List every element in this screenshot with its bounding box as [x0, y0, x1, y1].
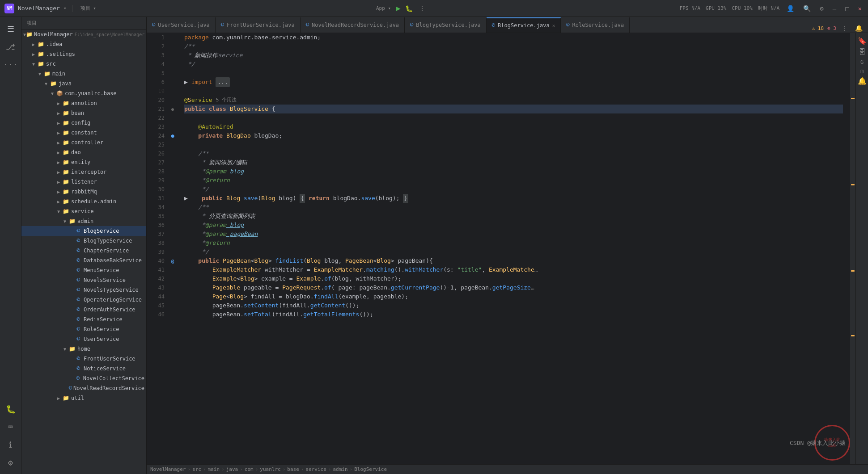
tree-item-role-service[interactable]: © RoleService — [21, 324, 146, 334]
tree-item-menu-service[interactable]: © MenuService — [21, 265, 146, 275]
fold-31[interactable]: ▶ — [184, 194, 188, 203]
gc-42 — [168, 274, 177, 283]
tree-item-constant[interactable]: ▶ 📁 constant — [21, 128, 146, 138]
var-pagebean-size: pageBean — [461, 283, 489, 292]
tree-item-novelstype-service[interactable]: © NovelsTypeService — [21, 285, 146, 295]
tab-more-icon[interactable]: ⋮ — [840, 24, 850, 33]
tree-item-home[interactable]: ▼ 📁 home — [21, 344, 146, 354]
tree-root[interactable]: ▼ 📁 NovelManager E:\idea_space\NovelMana… — [21, 29, 146, 39]
tree-item-operater-service[interactable]: © OperaterLogService — [21, 295, 146, 305]
app-dropdown[interactable]: ▾ — [64, 5, 67, 11]
tree-item-service[interactable]: ▼ 📁 service — [21, 206, 146, 216]
tab-blog-service[interactable]: © BlogService.java ✕ — [487, 17, 561, 33]
tree-item-notice-service[interactable]: © NoticeService — [21, 364, 146, 373]
notifications-panel-icon[interactable]: 🔔 — [858, 77, 867, 85]
tree-item-dbbak-service[interactable]: © DatabaseBakService — [21, 256, 146, 265]
fold-21[interactable]: ● — [171, 107, 174, 112]
minimize-button[interactable]: — — [831, 4, 838, 13]
tree-item-config[interactable]: ▶ 📁 config — [21, 118, 146, 128]
tree-item-listener[interactable]: ▶ 📁 listener — [21, 177, 146, 187]
maximize-button[interactable]: □ — [843, 4, 851, 13]
tree-item-idea[interactable]: ▶ 📁 .idea — [21, 39, 146, 49]
settings-icon[interactable]: ⚙ — [818, 4, 825, 13]
tree-item-novels-service[interactable]: © NovelsService — [21, 275, 146, 285]
gradle-icon[interactable]: G — [860, 59, 864, 65]
bc-sep9: › — [350, 466, 353, 472]
tree-item-annotion[interactable]: ▶ 📁 annotion — [21, 98, 146, 108]
database-icon[interactable]: 🗄 — [859, 48, 866, 56]
tree-item-novelread-service[interactable]: © NovelReadRecordService — [21, 383, 146, 393]
tree-item-orderauth-service[interactable]: © OrderAuthService — [21, 305, 146, 315]
fn-save-call: save — [361, 194, 375, 203]
tree-item-rabbitmq[interactable]: ▶ 📁 rabbitMq — [21, 187, 146, 197]
search-icon[interactable]: 🔍 — [801, 4, 813, 13]
bc-sep5: › — [255, 466, 258, 472]
tree-item-util[interactable]: ▶ 📁 util — [21, 393, 146, 403]
tree-item-admin[interactable]: ▼ 📁 admin — [21, 216, 146, 226]
indent-34 — [184, 203, 198, 212]
tree-item-schedule[interactable]: ▶ 📁 schedule.admin — [21, 197, 146, 206]
tree-item-blog-service[interactable]: © BlogService — [21, 226, 146, 236]
tab-front-user-service[interactable]: © FrontUserService.java — [216, 17, 301, 33]
sp1 — [205, 105, 209, 113]
tree-item-interceptor[interactable]: ▶ 📁 interceptor — [21, 167, 146, 177]
code-area[interactable]: package com.yuanlrc.base.service.admin; … — [177, 33, 850, 464]
tree-item-chapter-service[interactable]: © ChapterService — [21, 246, 146, 256]
tab-user-service[interactable]: © UserService.java — [147, 17, 216, 33]
tree-item-controller[interactable]: ▶ 📁 controller — [21, 138, 146, 147]
tree-item-package[interactable]: ▼ 📦 com.yuanlrc.base — [21, 88, 146, 98]
activity-settings-icon[interactable]: ⚙ — [3, 454, 19, 470]
notification-icon[interactable]: 🔔 — [853, 24, 864, 33]
novelcollect-label: NovelCollectService — [83, 375, 144, 382]
run-button[interactable]: ▶ — [396, 4, 401, 13]
indent-45 — [184, 301, 212, 310]
gc-40: @ — [168, 256, 177, 265]
tree-item-settings[interactable]: ▶ 📁 .settings — [21, 49, 146, 59]
ln-1: 1 — [147, 33, 165, 42]
paren-close-31: ) — [293, 194, 300, 203]
maven-icon[interactable]: m — [860, 68, 864, 74]
tab-novel-read-service[interactable]: © NovelReadRecordService.java — [301, 17, 405, 33]
tree-item-redis-service[interactable]: © RedisService — [21, 315, 146, 324]
code-line-46: pageBean . setTotal (findAll. getTotalEl… — [184, 310, 843, 319]
project-menu[interactable]: 项目 ▾ — [78, 4, 99, 13]
kw-import: import — [188, 78, 212, 87]
cpu-label: CPU 10% — [732, 5, 752, 11]
gc-21[interactable]: ● — [168, 105, 177, 113]
tree-item-bean[interactable]: ▶ 📁 bean — [21, 108, 146, 118]
activity-terminal-icon[interactable]: ⌨ — [3, 419, 19, 435]
activity-git-icon[interactable]: ⎇ — [3, 38, 19, 55]
activity-debug-icon[interactable]: 🐛 — [3, 401, 19, 417]
tree-item-java[interactable]: ▼ 📁 java — [21, 79, 146, 88]
ln-39: 39 — [147, 247, 165, 256]
tree-item-entity[interactable]: ▶ 📁 entity — [21, 157, 146, 167]
tree-item-frontuser-service[interactable]: © FrontUserService — [21, 354, 146, 364]
activity-project-icon[interactable]: ☰ — [3, 21, 19, 37]
tree-item-main[interactable]: ▼ 📁 main — [21, 69, 146, 79]
ln-44: 44 — [147, 292, 165, 301]
activity-info-icon[interactable]: ℹ — [3, 436, 19, 453]
truncated-43: … — [531, 283, 534, 292]
debug-button[interactable]: 🐛 — [403, 4, 415, 13]
file-tree[interactable]: ▼ 📁 NovelManager E:\idea_space\NovelMana… — [21, 29, 146, 474]
tab-blog-type-service[interactable]: © BlogTypeService.java — [405, 17, 487, 33]
activity-more-icon[interactable]: ··· — [3, 56, 19, 72]
app-run-btn[interactable]: App ▾ — [373, 4, 394, 13]
idea-folder-icon: 📁 — [37, 41, 45, 47]
javadoc-28: * — [202, 167, 205, 176]
generic-close-40: > — [268, 256, 275, 265]
tree-item-src[interactable]: ▼ 📁 src — [21, 59, 146, 69]
user-icon[interactable]: 👤 — [785, 4, 796, 13]
more-actions[interactable]: ⋮ — [417, 4, 427, 13]
tree-item-blogtype-service[interactable]: © BlogTypeService — [21, 236, 146, 246]
tree-item-user-service[interactable]: © UserService — [21, 334, 146, 344]
close-button[interactable]: ✕ — [856, 4, 864, 13]
bookmarks-icon[interactable]: 🔖 — [858, 37, 867, 45]
blogservice-tab-close[interactable]: ✕ — [552, 23, 555, 29]
tab-role-service[interactable]: © RoleService.java — [561, 17, 630, 33]
fn-withmatcher: withMatcher — [405, 265, 443, 274]
tree-item-dao[interactable]: ▶ 📁 dao — [21, 147, 146, 157]
tree-item-novelcollect-service[interactable]: © NovelCollectService — [21, 373, 146, 383]
paren-31: ( — [258, 194, 261, 203]
fold-import[interactable]: ▶ — [184, 78, 188, 87]
